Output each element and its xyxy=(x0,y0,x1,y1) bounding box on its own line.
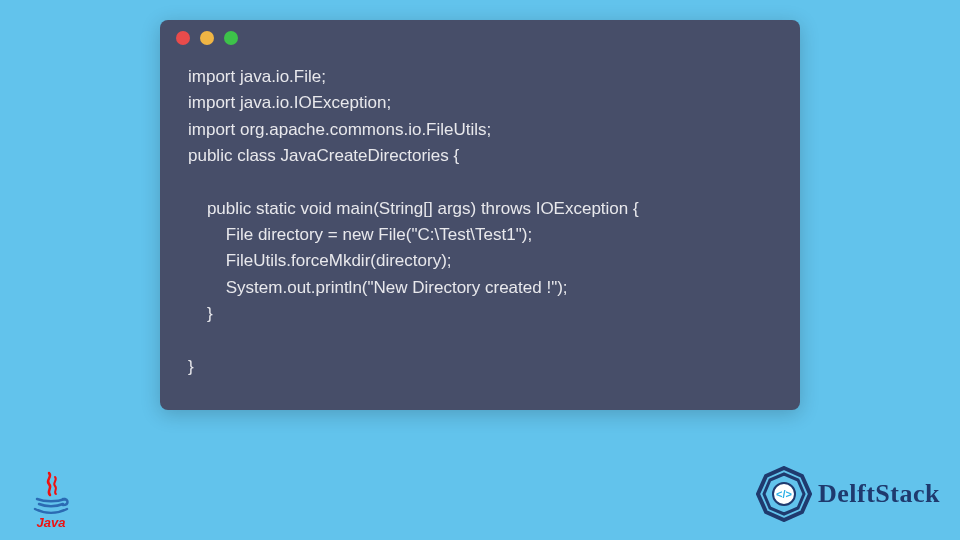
delftstack-logo: </> DelftStack xyxy=(756,466,940,522)
close-icon xyxy=(176,31,190,45)
java-logo: Java xyxy=(22,471,80,530)
window-titlebar xyxy=(160,20,800,56)
maximize-icon xyxy=(224,31,238,45)
java-cup-icon xyxy=(31,471,71,517)
code-block: import java.io.File; import java.io.IOEx… xyxy=(160,56,800,390)
code-window: import java.io.File; import java.io.IOEx… xyxy=(160,20,800,410)
java-logo-label: Java xyxy=(22,515,80,530)
delftstack-badge-icon: </> xyxy=(756,466,812,522)
delftstack-logo-label: DelftStack xyxy=(818,479,940,509)
svg-text:</>: </> xyxy=(776,488,792,500)
minimize-icon xyxy=(200,31,214,45)
